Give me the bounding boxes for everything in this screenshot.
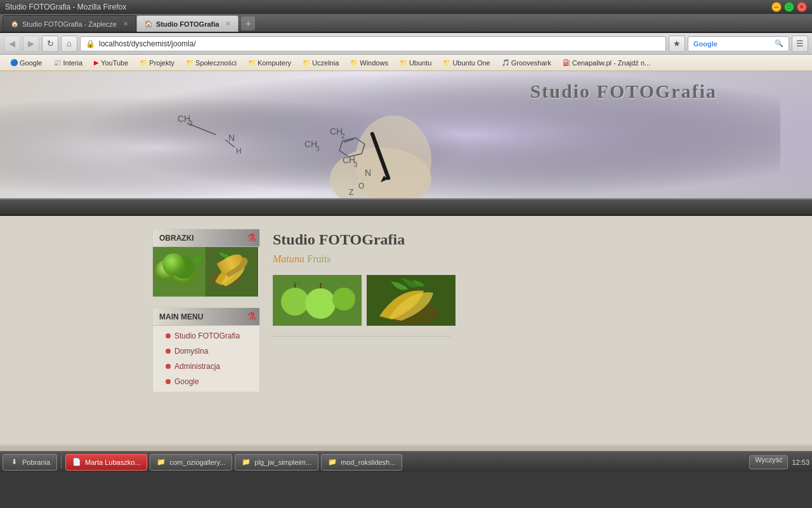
tab-active-label: Studio FOTOGrafia bbox=[156, 20, 219, 28]
reload-button[interactable]: ↻ bbox=[42, 36, 58, 52]
taskbar-sep-1 bbox=[61, 456, 62, 469]
images-module: OBRAZKI ⚗ bbox=[152, 229, 260, 297]
site-footer: Studio FOTOGrafia, Powered by Joomla! Jo… bbox=[0, 444, 812, 446]
main-content: OBRAZKI ⚗ bbox=[0, 216, 812, 444]
bookmark-youtube[interactable]: ▶ YouTube bbox=[89, 58, 133, 68]
bookmark-ubuntu-one[interactable]: 📁 Ubuntu One bbox=[438, 58, 495, 68]
image-bananas[interactable] bbox=[206, 247, 258, 297]
taskbar: ⬇ Pobrania 📄 Marta Lubaszko... 📁 com_ozi… bbox=[0, 451, 812, 472]
article-img-1-svg bbox=[273, 275, 362, 326]
menu-bullet-1 bbox=[166, 333, 171, 338]
menu-item-google[interactable]: Google bbox=[153, 374, 259, 389]
home-button[interactable]: ⌂ bbox=[61, 36, 77, 52]
bookmark-projekty[interactable]: 📁 Projekty bbox=[134, 58, 180, 68]
svg-text:N: N bbox=[365, 168, 371, 178]
right-content: Studio FOTOGrafia Matuna Fruits bbox=[273, 229, 660, 432]
article-img-2[interactable] bbox=[367, 275, 455, 326]
tab-bar: 🏠 Studio FOTOGrafia - Zaplecze ✕ 🏠 Studi… bbox=[0, 14, 812, 33]
article-img-1[interactable] bbox=[273, 275, 362, 326]
svg-text:3: 3 bbox=[189, 120, 193, 127]
forward-icon: ▶ bbox=[28, 39, 34, 48]
reload-icon: ↻ bbox=[47, 39, 54, 48]
tab-zaplecze[interactable]: 🏠 Studio FOTOGrafia - Zaplecze ✕ bbox=[3, 15, 136, 32]
bookmark-uczelnia[interactable]: 📁 Uczelnia bbox=[298, 58, 344, 68]
back-icon: ◀ bbox=[9, 39, 15, 48]
bookmark-ubuntu[interactable]: 📁 Ubuntu bbox=[395, 58, 436, 68]
menu-bullet-4 bbox=[166, 379, 171, 384]
tab-active-close-icon[interactable]: ✕ bbox=[225, 20, 230, 27]
image-apples[interactable] bbox=[153, 247, 206, 297]
svg-point-33 bbox=[305, 288, 336, 319]
bookmark-komputery[interactable]: 📁 Komputery bbox=[243, 58, 296, 68]
window-controls[interactable]: ─ □ ✕ bbox=[771, 2, 807, 12]
svg-text:2: 2 bbox=[341, 133, 345, 140]
bookmark-cenapaliw[interactable]: ⛽ Cenapaliw.pl - Znajdź n... bbox=[558, 58, 656, 68]
tab-close-icon[interactable]: ✕ bbox=[123, 20, 128, 27]
menu-item-studio[interactable]: Studio FOTOGrafia bbox=[153, 328, 259, 344]
article-subtitle: Matuna Fruits bbox=[273, 253, 660, 265]
bookmark-spolecznosci[interactable]: 📁 Społeczności bbox=[181, 58, 242, 68]
address-text: localhost/dyschemist/joomla/ bbox=[99, 39, 196, 48]
sidebar: OBRAZKI ⚗ bbox=[152, 229, 260, 432]
menu-item-administracja[interactable]: Administracja bbox=[153, 359, 259, 374]
address-bar-icon: 🔒 bbox=[86, 39, 95, 48]
subtitle-cursive: Matuna bbox=[273, 253, 304, 264]
site-title-header: Studio FOTOGrafia bbox=[530, 81, 717, 102]
tab-icon-active: 🏠 bbox=[145, 20, 152, 27]
module-images-container bbox=[153, 247, 259, 297]
main-menu-module: MAIN MENU ⚗ Studio FOTOGrafia Domyślna bbox=[152, 307, 260, 392]
close-button[interactable]: ✕ bbox=[797, 2, 807, 12]
taskbar-pobrania-label: Pobrania bbox=[22, 458, 50, 466]
maximize-button[interactable]: □ bbox=[784, 2, 794, 12]
bookmark-grooveshark[interactable]: 🎵 Grooveshark bbox=[497, 58, 556, 68]
site-header: CH 3 N H CH 2 CH 3 CH 3 N O Z bbox=[0, 71, 812, 198]
bananas-svg bbox=[206, 247, 258, 297]
taskbar-com-oziogallery[interactable]: 📁 com_oziogallery... bbox=[150, 454, 232, 471]
menu-bullet-3 bbox=[166, 364, 171, 369]
back-button[interactable]: ◀ bbox=[4, 36, 20, 52]
apples-image bbox=[153, 247, 206, 297]
svg-text:3: 3 bbox=[316, 145, 320, 152]
article-images bbox=[273, 275, 660, 326]
bottom-strip bbox=[0, 446, 812, 451]
clean-button[interactable]: Wyczyść bbox=[749, 455, 788, 469]
images-module-header: OBRAZKI ⚗ bbox=[153, 229, 259, 247]
svg-text:H: H bbox=[236, 147, 242, 156]
bookmark-interia[interactable]: 📰 Interia bbox=[48, 58, 88, 68]
content-inner: OBRAZKI ⚗ bbox=[152, 229, 660, 432]
bookmark-windows[interactable]: 📁 Windows bbox=[345, 58, 393, 68]
sidebar-icon: ☰ bbox=[796, 39, 804, 48]
menu-list: Studio FOTOGrafia Domyślna Administracja bbox=[153, 326, 259, 392]
bananas-image bbox=[206, 247, 258, 297]
bookmark-icon: ★ bbox=[673, 39, 681, 48]
flask-icon: ⚗ bbox=[247, 232, 256, 244]
tab-main[interactable]: 🏠 Studio FOTOGrafia ✕ bbox=[136, 15, 239, 32]
menu-item-domyslna[interactable]: Domyślna bbox=[153, 344, 259, 359]
oziogallery-icon: 📁 bbox=[157, 458, 166, 467]
main-menu-header: MAIN MENU ⚗ bbox=[153, 308, 259, 326]
svg-text:O: O bbox=[358, 182, 364, 190]
svg-text:3: 3 bbox=[354, 161, 358, 168]
sidebar-toggle-button[interactable]: ☰ bbox=[792, 36, 808, 52]
forward-button[interactable]: ▶ bbox=[23, 36, 39, 52]
taskbar-mod-rokslidesh[interactable]: 📁 mod_rokslidesh... bbox=[321, 454, 402, 471]
article-img-2-svg bbox=[367, 275, 455, 326]
taskbar-marta[interactable]: 📄 Marta Lubaszko... bbox=[65, 454, 147, 471]
pobrania-icon: ⬇ bbox=[10, 458, 18, 467]
main-menu-label: MAIN MENU bbox=[159, 312, 203, 321]
search-icon: 🔍 bbox=[775, 39, 783, 48]
navigation-bar: ◀ ▶ ↻ ⌂ 🔒 localhost/dyschemist/joomla/ ★… bbox=[0, 33, 812, 55]
taskbar-plg[interactable]: 📁 plg_jw_simpleim... bbox=[235, 454, 318, 471]
bookmark-google[interactable]: 🔵 Google bbox=[5, 58, 47, 68]
svg-point-32 bbox=[281, 288, 309, 316]
taskbar-right: Wyczyść 12:53 bbox=[749, 455, 809, 469]
bookmark-star-button[interactable]: ★ bbox=[669, 36, 685, 52]
address-bar[interactable]: 🔒 localhost/dyschemist/joomla/ bbox=[80, 36, 666, 51]
minimize-button[interactable]: ─ bbox=[771, 2, 782, 12]
new-tab-button[interactable]: + bbox=[241, 17, 255, 30]
rokslidesh-icon: 📁 bbox=[328, 458, 337, 467]
taskbar-pobrania[interactable]: ⬇ Pobrania bbox=[3, 454, 57, 471]
separator bbox=[273, 336, 450, 337]
tab-icon: 🏠 bbox=[11, 20, 18, 27]
search-box[interactable]: Google 🔍 bbox=[688, 36, 789, 51]
